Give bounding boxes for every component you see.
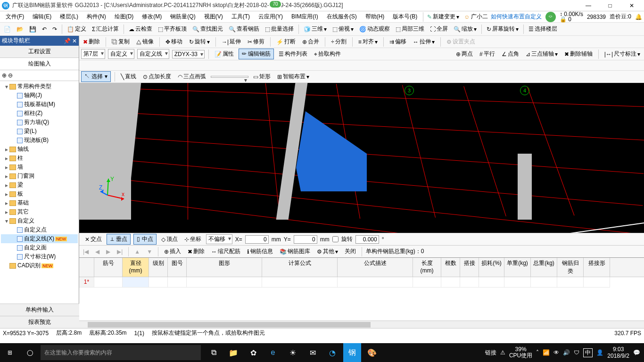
tray-clock[interactable]: 9:032018/9/2 bbox=[607, 346, 629, 359]
tree-node[interactable]: ▸板 bbox=[1, 189, 78, 198]
floor-select[interactable]: 第7层 bbox=[81, 49, 105, 59]
pickcomp-button[interactable]: ⌖ 拾取构件 bbox=[312, 49, 343, 59]
snap-mid[interactable]: ▯ 中点 bbox=[133, 234, 156, 245]
table-cell[interactable] bbox=[441, 277, 460, 288]
nav-first[interactable]: |◀ bbox=[81, 248, 91, 255]
menu-cloud[interactable]: 云应用(Y) bbox=[255, 12, 287, 22]
close-button[interactable]: ✕ bbox=[625, 2, 638, 9]
offset-button[interactable]: ⇉ 偏移 bbox=[388, 37, 408, 47]
table-header[interactable]: 筋号 bbox=[94, 258, 123, 277]
tree-node[interactable]: ▸轴线 bbox=[1, 145, 78, 154]
break-button[interactable]: ⚡ 打断 bbox=[274, 37, 297, 47]
table-header[interactable]: 级别 bbox=[149, 258, 168, 277]
batchsel-button[interactable]: ⬚ 批量选择 bbox=[263, 24, 296, 34]
dimmark-button[interactable]: |↔| 尺寸标注 ▾ bbox=[603, 49, 642, 59]
category-select[interactable]: 自定义 bbox=[108, 49, 134, 59]
align-button[interactable]: ≡ 对齐 ▾ bbox=[356, 37, 380, 47]
component-tree[interactable]: ▾常用构件类型轴网(J)筏板基础(M)框柱(Z)剪力墙(Q)梁(L)现浇板(B)… bbox=[0, 81, 79, 304]
tree-node[interactable]: ▸墙 bbox=[1, 163, 78, 172]
taskbar-app-4[interactable]: ☀ bbox=[284, 343, 302, 362]
zoom-button[interactable]: 🔍 缩放 ▾ bbox=[452, 24, 479, 34]
menu-version[interactable]: 版本号(B) bbox=[389, 12, 421, 22]
table-header[interactable]: 长度(mm) bbox=[413, 258, 441, 277]
tree-node[interactable]: 自定义面 bbox=[1, 243, 78, 252]
menu-bim[interactable]: BIM应用(I) bbox=[288, 12, 322, 22]
tree-node[interactable]: 梁(L) bbox=[1, 127, 78, 136]
table-header[interactable]: 钢筋归类 bbox=[557, 258, 584, 277]
other-button[interactable]: ⚙ 其他 ▾ bbox=[315, 247, 340, 256]
taskbar-app-2[interactable]: ✿ bbox=[244, 343, 262, 362]
move-button[interactable]: ✥ 移动 bbox=[164, 37, 184, 47]
tray-notifications-icon[interactable]: 💬 bbox=[633, 349, 640, 356]
dynview-button[interactable]: 🌀 动态观察 bbox=[357, 24, 392, 34]
snap-vertex[interactable]: ◇ 顶点 bbox=[159, 234, 180, 244]
table-header[interactable]: 图号 bbox=[168, 258, 187, 277]
insert-button[interactable]: ⊕ 插入 bbox=[162, 247, 183, 256]
expand-icon[interactable]: ⊕ bbox=[2, 72, 7, 79]
taskbar-app-7[interactable]: 钢 bbox=[343, 343, 361, 362]
extend-button[interactable]: →| 延伸 bbox=[220, 37, 243, 47]
table-header[interactable]: 计算公式 bbox=[262, 258, 338, 277]
copy-button[interactable]: ⿻ 复制 bbox=[110, 37, 132, 47]
parallel-button[interactable]: # 平行 bbox=[478, 49, 497, 59]
sidebar-tab-setting[interactable]: 工程设置 bbox=[0, 46, 79, 58]
table-cell[interactable] bbox=[504, 277, 531, 288]
tree-node[interactable]: ▾常用构件类型 bbox=[1, 82, 78, 91]
undo-icon[interactable]: ↶ bbox=[40, 25, 49, 33]
type-select[interactable]: 自定义线 bbox=[137, 49, 169, 59]
table-header[interactable]: 搭接 bbox=[460, 258, 479, 277]
taskbar-app-8[interactable]: 🎨 bbox=[363, 343, 381, 362]
flatroof-button[interactable]: ⬚ 平齐板顶 bbox=[156, 24, 189, 34]
nav-prev[interactable]: ◀ bbox=[93, 248, 101, 255]
nav-next[interactable]: ▶ bbox=[104, 248, 112, 255]
start-button[interactable]: ⊞ bbox=[0, 343, 20, 362]
table-header[interactable]: 总重(kg) bbox=[531, 258, 557, 277]
nav-up[interactable]: ▲ bbox=[132, 248, 142, 255]
table-header[interactable]: 单重(kg) bbox=[504, 258, 531, 277]
new-file-icon[interactable]: 📄 bbox=[2, 25, 13, 33]
menu-modify[interactable]: 修改(M) bbox=[138, 12, 165, 22]
sidebar-tab-draw[interactable]: 绘图输入 bbox=[0, 58, 79, 70]
rebarinfo-button[interactable]: ℹ 钢筋信息 bbox=[245, 247, 275, 256]
selfloor-button[interactable]: ☰ 选择楼层 bbox=[527, 24, 559, 34]
menu-floor[interactable]: 楼层(L) bbox=[56, 12, 82, 22]
addlen-button[interactable]: ⊙ 点加长度 bbox=[141, 72, 173, 82]
x-input[interactable] bbox=[245, 235, 269, 244]
screenrot-button[interactable]: ↻ 屏幕旋转 ▾ bbox=[485, 24, 520, 34]
table-cell[interactable] bbox=[413, 277, 441, 288]
tray-link[interactable]: 链接 bbox=[485, 349, 496, 357]
select-button[interactable]: ↖ 选择 ▾ bbox=[81, 71, 111, 82]
tree-node[interactable]: CAD识别NEW bbox=[1, 261, 78, 270]
windows-taskbar[interactable]: ⊞ ◯ 在这里输入你要搜索的内容 ⧉ 📁 ✿ e ☀ ✉ ◔ 钢 🎨 链接 ⚠ … bbox=[0, 343, 644, 362]
tray-volume-icon[interactable]: 🔊 bbox=[563, 349, 570, 356]
table-cell[interactable] bbox=[479, 277, 504, 288]
h-scrollbar[interactable] bbox=[79, 321, 644, 328]
table-cell[interactable] bbox=[123, 277, 149, 288]
merge-button[interactable]: ⊕ 合并 bbox=[300, 37, 321, 47]
sumcalc-button[interactable]: Σ 汇总计算 bbox=[90, 24, 121, 34]
table-cell[interactable] bbox=[557, 277, 584, 288]
tab-single-input[interactable]: 单构件输入 bbox=[0, 304, 79, 316]
minimize-button[interactable]: — bbox=[582, 2, 595, 9]
pin-icon[interactable]: 📌 ✕ bbox=[64, 38, 77, 44]
local3d-button[interactable]: ⬚ 局部三维 bbox=[394, 24, 426, 34]
rebar-table[interactable]: 筋号直径(mm)级别图号图形计算公式公式描述长度(mm)根数搭接损耗(%)单重(… bbox=[79, 257, 644, 328]
menu-draw[interactable]: 绘图(D) bbox=[111, 12, 138, 22]
threed-button[interactable]: 🧊 三维 ▾ bbox=[302, 24, 329, 34]
maximize-button[interactable]: □ bbox=[603, 2, 617, 9]
tree-node[interactable]: ▸基础 bbox=[1, 198, 78, 207]
define-button[interactable]: 📋 定义 bbox=[65, 24, 88, 34]
quick-help-link[interactable]: 如何快速布置自定义 bbox=[491, 13, 542, 21]
arc-options[interactable] bbox=[211, 76, 248, 78]
overlook-button[interactable]: ⬚ 俯视 ▾ bbox=[330, 24, 355, 34]
cloudcheck-button[interactable]: ☁ 云检查 bbox=[127, 24, 154, 34]
tree-node[interactable]: 现浇板(B) bbox=[1, 136, 78, 145]
table-header[interactable]: 根数 bbox=[441, 258, 460, 277]
trim-button[interactable]: ✂ 修剪 bbox=[246, 37, 266, 47]
arc3-button[interactable]: ◠ 三点画弧 bbox=[176, 72, 208, 82]
setclamp-button[interactable]: ⚙ 设置夹点 bbox=[445, 37, 477, 47]
task-view-icon[interactable]: ⧉ bbox=[205, 343, 223, 362]
table-header[interactable]: 搭接形 bbox=[584, 258, 610, 277]
table-cell[interactable] bbox=[531, 277, 557, 288]
tree-node[interactable]: 剪力墙(Q) bbox=[1, 118, 78, 127]
